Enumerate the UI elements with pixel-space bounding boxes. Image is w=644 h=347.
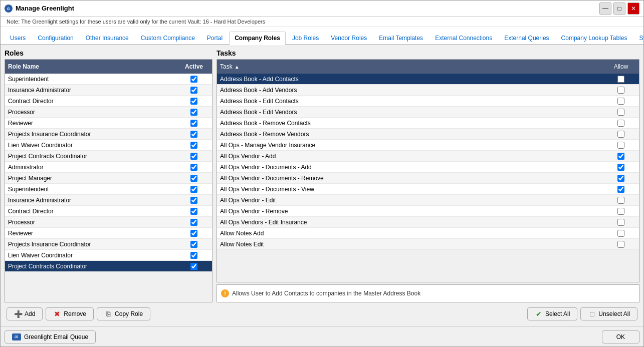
role-active-cell[interactable] [179, 208, 209, 215]
roles-grid-body[interactable]: Superintendent Insurance Administrator C… [5, 74, 212, 302]
role-row[interactable]: Processor [5, 217, 212, 228]
tab-vendor-roles[interactable]: Vendor Roles [325, 32, 372, 44]
role-row[interactable]: Insurance Administrator [5, 195, 212, 206]
add-button[interactable]: ➕ Add [7, 307, 43, 320]
task-allow-cell[interactable] [606, 98, 636, 105]
task-row[interactable]: Address Book - Add Contacts [217, 74, 639, 85]
tab-configuration[interactable]: Configuration [32, 32, 79, 44]
task-allow-cell[interactable] [606, 76, 636, 83]
role-active-checkbox[interactable] [190, 131, 197, 138]
task-allow-checkbox[interactable] [617, 219, 624, 226]
tab-other-insurance[interactable]: Other Insurance [80, 32, 134, 44]
task-allow-checkbox[interactable] [617, 98, 624, 105]
role-active-cell[interactable] [179, 87, 209, 94]
task-allow-cell[interactable] [606, 219, 636, 226]
role-row[interactable]: Superintendent [5, 74, 212, 85]
tab-company-roles[interactable]: Company Roles [229, 32, 286, 45]
task-allow-cell[interactable] [606, 153, 636, 160]
task-allow-checkbox[interactable] [617, 120, 624, 127]
select-all-button[interactable]: ✔ Select All [527, 307, 577, 320]
role-active-checkbox[interactable] [190, 164, 197, 171]
task-allow-cell[interactable] [606, 120, 636, 127]
role-row[interactable]: Projects Insurance Coordinator [5, 239, 212, 250]
minimize-button[interactable]: — [599, 3, 611, 15]
role-active-checkbox[interactable] [190, 98, 197, 105]
role-active-checkbox[interactable] [190, 120, 197, 127]
role-active-checkbox[interactable] [190, 109, 197, 116]
task-row[interactable]: All Ops Vendor - Documents - Add [217, 162, 639, 173]
role-active-checkbox[interactable] [190, 230, 197, 237]
role-active-cell[interactable] [179, 153, 209, 160]
role-row[interactable]: Lien Waiver Coordinator [5, 140, 212, 151]
role-row[interactable]: Administrator [5, 162, 212, 173]
task-allow-checkbox[interactable] [617, 142, 624, 149]
maximize-button[interactable]: □ [613, 3, 625, 15]
task-allow-checkbox[interactable] [617, 109, 624, 116]
role-active-cell[interactable] [179, 186, 209, 193]
role-active-checkbox[interactable] [190, 263, 197, 270]
task-allow-checkbox[interactable] [617, 241, 624, 248]
task-allow-cell[interactable] [606, 109, 636, 116]
task-allow-checkbox[interactable] [617, 186, 624, 193]
role-active-checkbox[interactable] [190, 186, 197, 193]
tab-external-queries[interactable]: External Queries [499, 32, 554, 44]
task-row[interactable]: All Ops Vendor - Remove [217, 206, 639, 217]
tasks-grid-body[interactable]: Address Book - Add Contacts Address Book… [217, 74, 639, 282]
role-row[interactable]: Contract Director [5, 206, 212, 217]
task-row[interactable]: Address Book - Add Vendors [217, 85, 639, 96]
task-row[interactable]: Address Book - Remove Vendors [217, 129, 639, 140]
task-row[interactable]: Allow Notes Edit [217, 239, 639, 250]
tab-company-lookup-tables[interactable]: Company Lookup Tables [556, 32, 633, 44]
remove-button[interactable]: ✖ Remove [46, 307, 94, 320]
role-active-checkbox[interactable] [190, 208, 197, 215]
unselect-all-button[interactable]: □ Unselect All [580, 307, 637, 320]
role-active-cell[interactable] [179, 164, 209, 171]
role-active-cell[interactable] [179, 76, 209, 83]
task-row[interactable]: Address Book - Edit Vendors [217, 107, 639, 118]
task-allow-checkbox[interactable] [617, 197, 624, 204]
task-allow-checkbox[interactable] [617, 131, 624, 138]
task-allow-checkbox[interactable] [617, 175, 624, 182]
role-active-cell[interactable] [179, 120, 209, 127]
email-queue-button[interactable]: ✉ Greenlight Email Queue [5, 330, 96, 343]
role-active-cell[interactable] [179, 252, 209, 259]
task-allow-cell[interactable] [606, 241, 636, 248]
task-row[interactable]: All Ops Vendor - Add [217, 151, 639, 162]
role-active-checkbox[interactable] [190, 219, 197, 226]
task-allow-cell[interactable] [606, 230, 636, 237]
task-allow-checkbox[interactable] [617, 153, 624, 160]
role-row[interactable]: Superintendent [5, 184, 212, 195]
tab-custom-compliance[interactable]: Custom Compliance [135, 32, 200, 44]
role-row[interactable]: Insurance Administrator [5, 85, 212, 96]
task-row[interactable]: Address Book - Remove Contacts [217, 118, 639, 129]
task-allow-cell[interactable] [606, 131, 636, 138]
task-allow-checkbox[interactable] [617, 87, 624, 94]
task-allow-cell[interactable] [606, 197, 636, 204]
task-row[interactable]: All Ops Vendor - Documents - Remove [217, 173, 639, 184]
role-active-checkbox[interactable] [190, 241, 197, 248]
tab-job-roles[interactable]: Job Roles [287, 32, 324, 44]
role-row[interactable]: Lien Waiver Coordinator [5, 250, 212, 261]
role-row[interactable]: Processor [5, 107, 212, 118]
task-allow-cell[interactable] [606, 142, 636, 149]
role-row[interactable]: Project Contracts Coordinator [5, 151, 212, 162]
task-row[interactable]: All Ops Vendor - Edit [217, 195, 639, 206]
role-row[interactable]: Reviewer [5, 118, 212, 129]
role-active-cell[interactable] [179, 241, 209, 248]
role-active-checkbox[interactable] [190, 252, 197, 259]
role-active-checkbox[interactable] [190, 153, 197, 160]
task-row[interactable]: Address Book - Edit Contacts [217, 96, 639, 107]
tab-users[interactable]: Users [5, 32, 31, 44]
task-allow-checkbox[interactable] [617, 164, 624, 171]
role-active-cell[interactable] [179, 197, 209, 204]
role-row[interactable]: Projects Insurance Coordinator [5, 129, 212, 140]
tab-external-connections[interactable]: External Connections [430, 32, 498, 44]
role-active-cell[interactable] [179, 142, 209, 149]
role-active-checkbox[interactable] [190, 175, 197, 182]
role-active-checkbox[interactable] [190, 76, 197, 83]
ok-button[interactable]: OK [602, 330, 639, 343]
task-row[interactable]: Allow Notes Add [217, 228, 639, 239]
role-row[interactable]: Project Manager [5, 173, 212, 184]
close-button[interactable]: ✕ [627, 3, 639, 15]
role-active-checkbox[interactable] [190, 87, 197, 94]
